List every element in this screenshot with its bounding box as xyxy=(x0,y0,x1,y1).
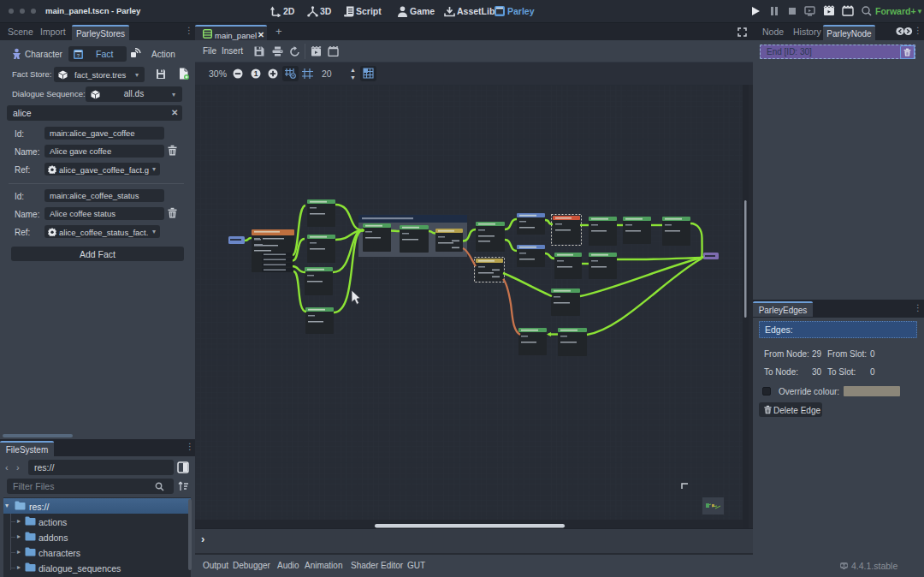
svg-text:1: 1 xyxy=(254,69,258,78)
